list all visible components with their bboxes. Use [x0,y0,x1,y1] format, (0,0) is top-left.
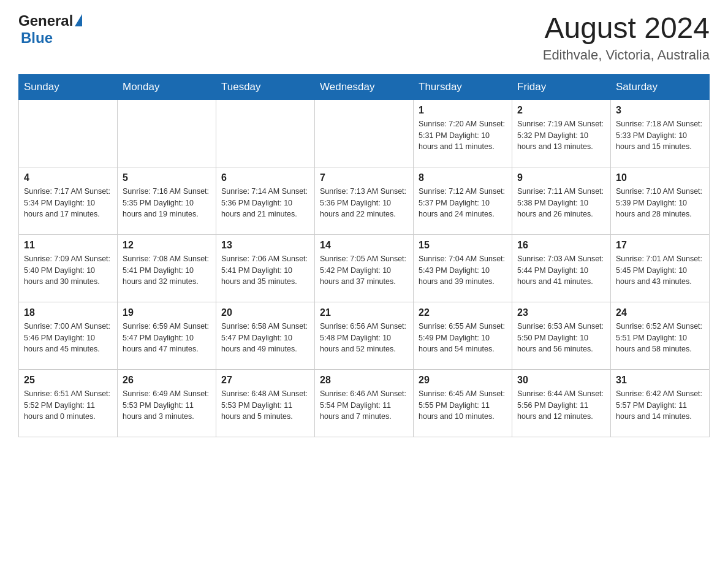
calendar-week-row: 1Sunrise: 7:20 AM Sunset: 5:31 PM Daylig… [19,99,710,167]
day-info: Sunrise: 7:16 AM Sunset: 5:35 PM Dayligh… [123,186,211,220]
col-tuesday: Tuesday [216,74,315,99]
day-info: Sunrise: 6:46 AM Sunset: 5:54 PM Dayligh… [320,388,408,423]
logo: General Blue [18,12,82,47]
calendar-week-row: 11Sunrise: 7:09 AM Sunset: 5:40 PM Dayli… [19,234,710,302]
col-monday: Monday [118,74,216,99]
table-row: 19Sunrise: 6:59 AM Sunset: 5:47 PM Dayli… [118,302,216,369]
calendar-title: August 2024 [543,12,710,45]
day-info: Sunrise: 7:12 AM Sunset: 5:37 PM Dayligh… [419,186,507,220]
table-row: 21Sunrise: 6:56 AM Sunset: 5:48 PM Dayli… [315,302,414,369]
day-info: Sunrise: 6:44 AM Sunset: 5:56 PM Dayligh… [517,388,605,423]
calendar-week-row: 4Sunrise: 7:17 AM Sunset: 5:34 PM Daylig… [19,167,710,234]
page-header: General Blue August 2024 Edithvale, Vict… [18,12,710,63]
day-number: 3 [616,105,704,116]
day-info: Sunrise: 6:42 AM Sunset: 5:57 PM Dayligh… [616,388,704,423]
table-row: 29Sunrise: 6:45 AM Sunset: 5:55 PM Dayli… [414,369,512,437]
day-number: 25 [24,375,112,386]
day-number: 26 [123,375,211,386]
day-number: 8 [419,172,507,183]
table-row: 12Sunrise: 7:08 AM Sunset: 5:41 PM Dayli… [118,234,216,302]
table-row: 6Sunrise: 7:14 AM Sunset: 5:36 PM Daylig… [216,167,315,234]
day-number: 12 [123,240,211,251]
day-number: 6 [221,172,309,183]
table-row: 17Sunrise: 7:01 AM Sunset: 5:45 PM Dayli… [611,234,710,302]
day-info: Sunrise: 7:19 AM Sunset: 5:32 PM Dayligh… [517,118,605,153]
table-row: 10Sunrise: 7:10 AM Sunset: 5:39 PM Dayli… [611,167,710,234]
calendar-header-row: Sunday Monday Tuesday Wednesday Thursday… [19,74,710,99]
day-info: Sunrise: 7:00 AM Sunset: 5:46 PM Dayligh… [24,321,112,355]
day-number: 2 [517,105,605,116]
table-row: 9Sunrise: 7:11 AM Sunset: 5:38 PM Daylig… [512,167,611,234]
calendar-table: Sunday Monday Tuesday Wednesday Thursday… [18,74,710,437]
table-row: 22Sunrise: 6:55 AM Sunset: 5:49 PM Dayli… [414,302,512,369]
day-info: Sunrise: 7:10 AM Sunset: 5:39 PM Dayligh… [616,186,704,220]
table-row: 18Sunrise: 7:00 AM Sunset: 5:46 PM Dayli… [19,302,118,369]
day-number: 14 [320,240,408,251]
day-info: Sunrise: 7:06 AM Sunset: 5:41 PM Dayligh… [221,253,309,288]
day-info: Sunrise: 7:01 AM Sunset: 5:45 PM Dayligh… [616,253,704,288]
table-row: 8Sunrise: 7:12 AM Sunset: 5:37 PM Daylig… [414,167,512,234]
table-row: 11Sunrise: 7:09 AM Sunset: 5:40 PM Dayli… [19,234,118,302]
day-number: 5 [123,172,211,183]
day-info: Sunrise: 6:59 AM Sunset: 5:47 PM Dayligh… [123,321,211,355]
day-info: Sunrise: 7:11 AM Sunset: 5:38 PM Dayligh… [517,186,605,220]
day-number: 13 [221,240,309,251]
day-number: 29 [419,375,507,386]
day-info: Sunrise: 6:49 AM Sunset: 5:53 PM Dayligh… [123,388,211,423]
day-number: 30 [517,375,605,386]
table-row: 28Sunrise: 6:46 AM Sunset: 5:54 PM Dayli… [315,369,414,437]
day-info: Sunrise: 6:51 AM Sunset: 5:52 PM Dayligh… [24,388,112,423]
table-row: 16Sunrise: 7:03 AM Sunset: 5:44 PM Dayli… [512,234,611,302]
day-number: 1 [419,105,507,116]
table-row: 4Sunrise: 7:17 AM Sunset: 5:34 PM Daylig… [19,167,118,234]
day-info: Sunrise: 6:56 AM Sunset: 5:48 PM Dayligh… [320,321,408,355]
day-info: Sunrise: 6:45 AM Sunset: 5:55 PM Dayligh… [419,388,507,423]
col-sunday: Sunday [19,74,118,99]
table-row [118,99,216,167]
table-row: 13Sunrise: 7:06 AM Sunset: 5:41 PM Dayli… [216,234,315,302]
col-thursday: Thursday [414,74,512,99]
day-number: 11 [24,240,112,251]
day-info: Sunrise: 6:52 AM Sunset: 5:51 PM Dayligh… [616,321,704,355]
day-number: 4 [24,172,112,183]
day-number: 19 [123,307,211,318]
day-number: 27 [221,375,309,386]
day-info: Sunrise: 7:13 AM Sunset: 5:36 PM Dayligh… [320,186,408,220]
table-row: 31Sunrise: 6:42 AM Sunset: 5:57 PM Dayli… [611,369,710,437]
logo-text-general: General [18,12,73,29]
day-number: 20 [221,307,309,318]
title-block: August 2024 Edithvale, Victoria, Austral… [543,12,710,63]
table-row: 27Sunrise: 6:48 AM Sunset: 5:53 PM Dayli… [216,369,315,437]
calendar-week-row: 25Sunrise: 6:51 AM Sunset: 5:52 PM Dayli… [19,369,710,437]
table-row: 23Sunrise: 6:53 AM Sunset: 5:50 PM Dayli… [512,302,611,369]
day-info: Sunrise: 7:08 AM Sunset: 5:41 PM Dayligh… [123,253,211,288]
day-info: Sunrise: 6:58 AM Sunset: 5:47 PM Dayligh… [221,321,309,355]
table-row: 30Sunrise: 6:44 AM Sunset: 5:56 PM Dayli… [512,369,611,437]
table-row: 7Sunrise: 7:13 AM Sunset: 5:36 PM Daylig… [315,167,414,234]
calendar-week-row: 18Sunrise: 7:00 AM Sunset: 5:46 PM Dayli… [19,302,710,369]
day-info: Sunrise: 7:20 AM Sunset: 5:31 PM Dayligh… [419,118,507,153]
day-number: 9 [517,172,605,183]
day-number: 16 [517,240,605,251]
day-info: Sunrise: 7:04 AM Sunset: 5:43 PM Dayligh… [419,253,507,288]
day-number: 18 [24,307,112,318]
table-row: 20Sunrise: 6:58 AM Sunset: 5:47 PM Dayli… [216,302,315,369]
day-info: Sunrise: 6:55 AM Sunset: 5:49 PM Dayligh… [419,321,507,355]
day-number: 17 [616,240,704,251]
day-info: Sunrise: 7:17 AM Sunset: 5:34 PM Dayligh… [24,186,112,220]
logo-arrow-icon [75,14,82,26]
col-friday: Friday [512,74,611,99]
day-info: Sunrise: 6:53 AM Sunset: 5:50 PM Dayligh… [517,321,605,355]
table-row: 2Sunrise: 7:19 AM Sunset: 5:32 PM Daylig… [512,99,611,167]
day-info: Sunrise: 6:48 AM Sunset: 5:53 PM Dayligh… [221,388,309,423]
table-row: 14Sunrise: 7:05 AM Sunset: 5:42 PM Dayli… [315,234,414,302]
table-row [19,99,118,167]
col-wednesday: Wednesday [315,74,414,99]
day-info: Sunrise: 7:03 AM Sunset: 5:44 PM Dayligh… [517,253,605,288]
table-row: 26Sunrise: 6:49 AM Sunset: 5:53 PM Dayli… [118,369,216,437]
table-row [315,99,414,167]
day-info: Sunrise: 7:05 AM Sunset: 5:42 PM Dayligh… [320,253,408,288]
day-info: Sunrise: 7:18 AM Sunset: 5:33 PM Dayligh… [616,118,704,153]
day-number: 23 [517,307,605,318]
table-row: 15Sunrise: 7:04 AM Sunset: 5:43 PM Dayli… [414,234,512,302]
